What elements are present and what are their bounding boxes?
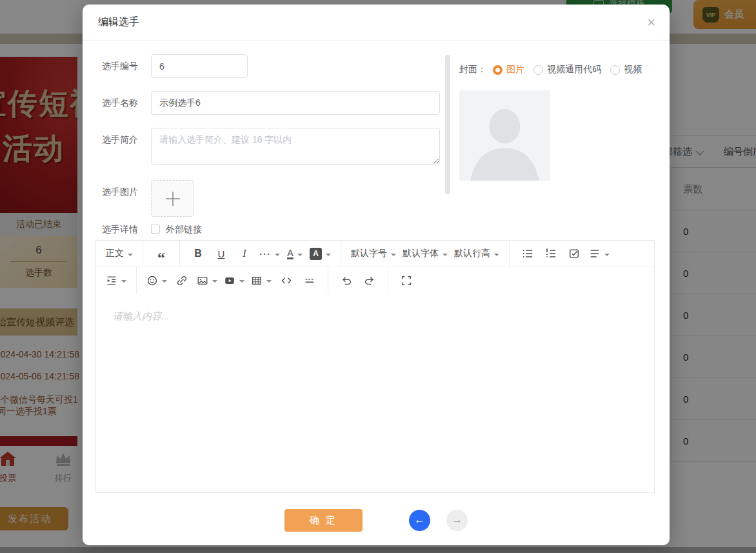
- undo-icon[interactable]: [338, 272, 355, 290]
- font-family-label: 默认字体: [403, 248, 439, 259]
- caret-down-icon: [604, 254, 610, 259]
- plus-icon: [164, 190, 181, 207]
- redo-icon[interactable]: [361, 272, 378, 290]
- cover-option-video-code[interactable]: 视频通用代码: [533, 64, 601, 75]
- image-dropdown[interactable]: [197, 272, 217, 290]
- more-icon: ···: [259, 248, 271, 259]
- font-color-dropdown[interactable]: A: [286, 245, 303, 263]
- task-list-icon[interactable]: [566, 245, 582, 263]
- bg-color-icon: A: [310, 248, 322, 260]
- radio-icon: [533, 65, 543, 75]
- caret-down-icon: [494, 254, 499, 259]
- caret-down-icon: [443, 254, 448, 259]
- font-size-dropdown[interactable]: 默认字号: [351, 245, 396, 263]
- detail-label: 选手详情: [102, 223, 142, 236]
- divider-icon[interactable]: [301, 272, 318, 290]
- editor-toolbar-row2: [96, 267, 654, 294]
- bullet-list-icon[interactable]: [519, 245, 536, 263]
- detail-rich-editor: 正文 “ B U I ··· A: [95, 240, 655, 493]
- italic-icon[interactable]: I: [236, 245, 253, 263]
- modal-title: 编辑选手: [98, 15, 139, 29]
- emoji-dropdown[interactable]: [146, 272, 167, 290]
- image-row: 选手图片: [102, 180, 444, 217]
- image-label: 选手图片: [102, 180, 142, 217]
- paragraph-style-dropdown[interactable]: 正文: [106, 245, 133, 263]
- font-color-icon: A: [287, 248, 293, 259]
- radio-selected-icon: [493, 65, 502, 75]
- name-row: 选手名称: [102, 91, 444, 115]
- align-dropdown[interactable]: [589, 245, 610, 263]
- name-input[interactable]: [151, 91, 440, 115]
- line-height-dropdown[interactable]: 默认行高: [454, 245, 499, 263]
- prev-contestant-button[interactable]: ←: [409, 510, 430, 531]
- modal-footer: 确 定 ← →: [83, 507, 670, 533]
- editor-content-area[interactable]: 请输入内容...: [96, 294, 654, 492]
- intro-label: 选手简介: [102, 128, 142, 165]
- cover-option-label: 视频: [624, 64, 642, 75]
- cover-option-label: 图片: [506, 64, 524, 75]
- cover-label: 封面：: [459, 64, 486, 75]
- avatar-placeholder-icon: [459, 96, 550, 181]
- caret-down-icon: [239, 280, 244, 285]
- caret-down-icon: [121, 280, 126, 285]
- number-row: 选手编号: [102, 54, 444, 78]
- caret-down-icon: [266, 280, 272, 285]
- form-scrollbar[interactable]: [445, 55, 450, 194]
- cover-radio-group: 封面： 图片 视频通用代码 视频: [459, 64, 651, 75]
- paragraph-style-label: 正文: [106, 248, 124, 259]
- caret-down-icon: [128, 254, 133, 259]
- modal-header: 编辑选手 ×: [83, 5, 670, 41]
- screen: 选择模板 VIP 会员 宣传短视频 活动 活动已结束 6 选手数 治宣传短视频评…: [0, 0, 756, 553]
- close-icon[interactable]: ×: [647, 15, 655, 30]
- contestant-form: 选手编号 选手名称 选手简介 选手图片 选手详情: [102, 54, 444, 248]
- cover-image-preview[interactable]: [459, 90, 550, 181]
- cover-option-label: 视频通用代码: [547, 64, 601, 75]
- arrow-right-icon: →: [452, 514, 463, 527]
- number-label: 选手编号: [102, 54, 142, 78]
- more-styles-dropdown[interactable]: ···: [259, 245, 280, 263]
- caret-down-icon: [391, 254, 396, 259]
- cover-section: 封面： 图片 视频通用代码 视频: [459, 64, 651, 181]
- arrow-left-icon: ←: [414, 514, 425, 527]
- caret-down-icon: [275, 254, 280, 259]
- confirm-button[interactable]: 确 定: [284, 509, 363, 532]
- caret-down-icon: [162, 280, 167, 285]
- fullscreen-icon[interactable]: [398, 272, 415, 290]
- intro-row: 选手简介: [102, 128, 444, 165]
- next-contestant-button[interactable]: →: [446, 510, 468, 531]
- bg-color-dropdown[interactable]: A: [310, 245, 331, 263]
- editor-placeholder: 请输入内容...: [113, 310, 637, 323]
- ordered-list-icon[interactable]: [542, 245, 559, 263]
- image-upload-button[interactable]: [151, 180, 194, 217]
- number-input[interactable]: [151, 54, 248, 78]
- edit-contestant-modal: 编辑选手 × 选手编号 选手名称 选手简介 选手图片: [83, 5, 670, 545]
- editor-toolbar-row1: 正文 “ B U I ··· A: [96, 241, 654, 267]
- external-link-label: 外部链接: [166, 223, 202, 236]
- caret-down-icon: [326, 254, 331, 259]
- line-height-label: 默认行高: [454, 248, 490, 259]
- intro-textarea[interactable]: [151, 128, 440, 165]
- detail-row: 选手详情 外部链接: [102, 223, 444, 236]
- video-dropdown[interactable]: [224, 272, 244, 290]
- blockquote-icon[interactable]: “: [153, 245, 170, 263]
- cover-option-video[interactable]: 视频: [610, 64, 642, 75]
- indent-dropdown[interactable]: [106, 272, 126, 290]
- external-link-checkbox[interactable]: [151, 225, 160, 234]
- font-family-dropdown[interactable]: 默认字体: [403, 245, 448, 263]
- cover-option-image[interactable]: 图片: [493, 64, 524, 75]
- code-icon[interactable]: [278, 272, 295, 290]
- caret-down-icon: [212, 280, 217, 285]
- link-icon[interactable]: [174, 272, 190, 290]
- table-dropdown[interactable]: [251, 272, 272, 290]
- underline-icon[interactable]: U: [213, 245, 230, 263]
- caret-down-icon: [297, 254, 303, 259]
- font-size-label: 默认字号: [351, 248, 387, 259]
- radio-icon: [610, 65, 620, 75]
- bold-icon[interactable]: B: [190, 245, 206, 263]
- name-label: 选手名称: [102, 91, 142, 115]
